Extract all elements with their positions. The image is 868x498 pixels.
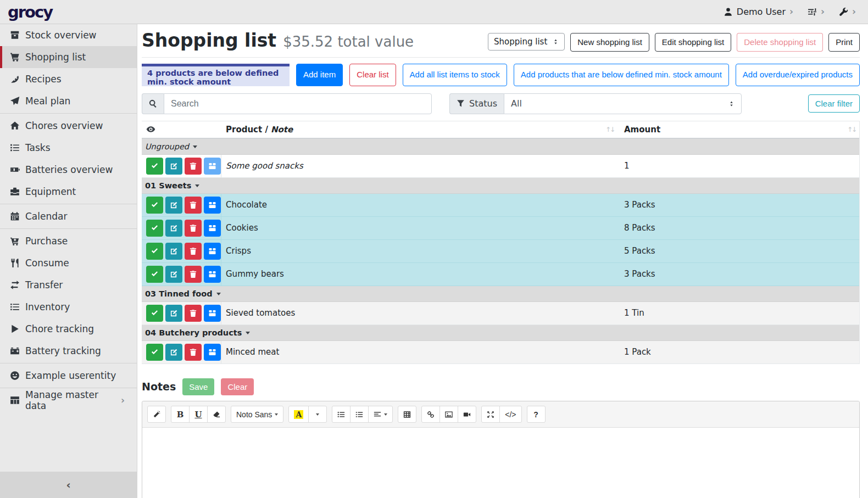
sidebar-item-consume[interactable]: Consume: [0, 252, 137, 274]
add-to-stock-button[interactable]: [204, 266, 221, 283]
sidebar-item-example-userentity[interactable]: Example userentity: [0, 365, 137, 387]
sidebar-item-calendar[interactable]: Calendar: [0, 205, 137, 227]
paragraph-align-button[interactable]: [368, 406, 393, 423]
add-overdue-button[interactable]: Add overdue/expired products: [736, 64, 860, 86]
font-family-button[interactable]: Noto Sans: [231, 406, 283, 423]
delete-item-button[interactable]: [185, 220, 202, 237]
group-header-tinned-food[interactable]: 03 Tinned food: [142, 286, 859, 302]
sidebar-item-recipes[interactable]: Recipes: [0, 68, 137, 90]
sidebar-item-tasks[interactable]: Tasks: [0, 137, 137, 159]
insert-video-button[interactable]: [458, 406, 476, 423]
clear-filter-button[interactable]: Clear filter: [808, 94, 860, 113]
sidebar-item-shopping-list[interactable]: Shopping list: [0, 46, 137, 68]
notes-editor[interactable]: [142, 428, 859, 498]
delete-item-button[interactable]: [185, 158, 202, 175]
edit-item-button[interactable]: [165, 266, 182, 283]
mark-done-button[interactable]: [146, 266, 163, 283]
edit-item-button[interactable]: [165, 158, 182, 175]
search-input[interactable]: [164, 93, 432, 114]
edit-item-button[interactable]: [165, 243, 182, 260]
mark-done-button[interactable]: [146, 243, 163, 260]
delete-item-button[interactable]: [185, 344, 202, 361]
notes-clear-button[interactable]: Clear: [221, 378, 254, 396]
edit-icon: [170, 309, 178, 317]
clear-list-button[interactable]: Clear list: [349, 64, 396, 86]
sidebar-item-chores-overview[interactable]: Chores overview: [0, 115, 137, 137]
help-button[interactable]: ?: [527, 406, 546, 423]
add-all-to-stock-button[interactable]: Add all list items to stock: [403, 64, 507, 86]
product-column-header[interactable]: Product / Note ↑↓: [221, 125, 617, 135]
edit-item-button[interactable]: [165, 197, 182, 214]
unordered-list-button[interactable]: [332, 406, 350, 423]
group-header-butchery-products[interactable]: 04 Butchery products: [142, 325, 859, 341]
box-icon: [208, 201, 216, 209]
sidebar-item-stock-overview[interactable]: Stock overview: [0, 24, 137, 46]
mark-done-button[interactable]: [146, 158, 163, 175]
ordered-list-button[interactable]: [350, 406, 369, 423]
sort-icon[interactable]: ↑↓: [605, 126, 614, 133]
add-below-min-button[interactable]: Add products that are below defined min.…: [514, 64, 729, 86]
delete-item-button[interactable]: [185, 305, 202, 322]
sidebar-item-equipment[interactable]: Equipment: [0, 181, 137, 203]
delete-item-button[interactable]: [185, 266, 202, 283]
add-item-button[interactable]: Add item: [296, 64, 343, 86]
mark-done-button[interactable]: [146, 220, 163, 237]
underline-button[interactable]: U: [189, 406, 208, 423]
sliders-icon: [808, 7, 817, 16]
user-label: Demo User: [737, 7, 786, 17]
edit-item-button[interactable]: [165, 220, 182, 237]
edit-item-button[interactable]: [165, 305, 182, 322]
new-shopping-list-button[interactable]: New shopping list: [570, 33, 649, 52]
mark-done-button[interactable]: [146, 344, 163, 361]
delete-item-button[interactable]: [185, 197, 202, 214]
sidebar-item-batteries-overview[interactable]: Batteries overview: [0, 159, 137, 181]
add-to-stock-button[interactable]: [204, 158, 221, 175]
settings-menu[interactable]: ›: [808, 7, 825, 16]
insert-table-button[interactable]: [398, 406, 416, 423]
battery-icon: [10, 165, 20, 175]
eraser-button[interactable]: [207, 406, 226, 423]
delete-shopping-list-button[interactable]: Delete shopping list: [737, 33, 823, 52]
utensils-icon: [10, 258, 20, 268]
sidebar-item-manage-master-data[interactable]: Manage master data ›: [0, 389, 137, 411]
delete-item-button[interactable]: [185, 243, 202, 260]
add-to-stock-button[interactable]: [204, 220, 221, 237]
sidebar-item-purchase[interactable]: Purchase: [0, 230, 137, 252]
font-color-caret-button[interactable]: [308, 406, 327, 423]
edit-icon: [170, 162, 178, 170]
sort-icon[interactable]: ↑↓: [847, 126, 856, 133]
admin-menu[interactable]: ›: [839, 7, 856, 16]
edit-item-button[interactable]: [165, 344, 182, 361]
add-to-stock-button[interactable]: [204, 344, 221, 361]
sidebar-item-battery-tracking[interactable]: Battery tracking: [0, 340, 137, 362]
sidebar-item-meal-plan[interactable]: Meal plan: [0, 90, 137, 112]
code-view-button[interactable]: </>: [499, 406, 521, 423]
box-icon: [208, 348, 216, 356]
add-to-stock-button[interactable]: [204, 243, 221, 260]
status-select[interactable]: All: [504, 93, 742, 114]
column-visibility-header[interactable]: [142, 125, 221, 134]
user-menu[interactable]: Demo User ›: [724, 7, 793, 17]
table-row: Sieved tomatoes 1 Tin: [142, 302, 859, 325]
sidebar-collapse-button[interactable]: ‹: [0, 472, 137, 498]
bold-button[interactable]: B: [171, 406, 190, 423]
fullscreen-button[interactable]: [481, 406, 500, 423]
print-button[interactable]: Print: [828, 33, 860, 52]
font-color-button[interactable]: A: [288, 406, 309, 423]
magic-style-button[interactable]: [147, 406, 166, 423]
group-header-ungrouped[interactable]: Ungrouped: [142, 139, 859, 155]
insert-picture-button[interactable]: [439, 406, 458, 423]
sidebar-item-inventory[interactable]: Inventory: [0, 296, 137, 318]
group-header-sweets[interactable]: 01 Sweets: [142, 178, 859, 194]
shopping-list-select[interactable]: Shopping list: [488, 33, 565, 51]
mark-done-button[interactable]: [146, 197, 163, 214]
edit-shopping-list-button[interactable]: Edit shopping list: [655, 33, 731, 52]
sidebar-item-chore-tracking[interactable]: Chore tracking: [0, 318, 137, 340]
add-to-stock-button[interactable]: [204, 197, 221, 214]
notes-save-button[interactable]: Save: [182, 378, 214, 396]
sidebar-item-transfer[interactable]: Transfer: [0, 274, 137, 296]
amount-column-header[interactable]: Amount ↑↓: [617, 125, 859, 135]
add-to-stock-button[interactable]: [204, 305, 221, 322]
insert-link-button[interactable]: [421, 406, 440, 423]
mark-done-button[interactable]: [146, 305, 163, 322]
